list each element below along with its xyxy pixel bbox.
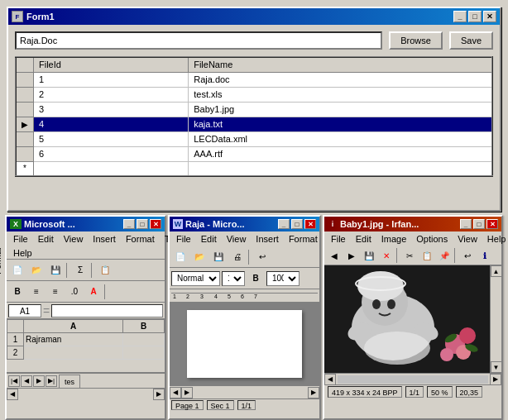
align-center-btn[interactable]: ≡ <box>46 284 65 300</box>
scroll-track[interactable] <box>18 390 153 399</box>
excel-maximize-btn[interactable]: □ <box>137 219 148 229</box>
irfan-hscroll-right[interactable]: ▶ <box>490 374 501 385</box>
irfan-maximize-btn[interactable]: □ <box>473 219 485 229</box>
excel-menu-view[interactable]: View <box>59 233 89 245</box>
sheet-tab-tes[interactable]: tes <box>59 375 80 388</box>
excel-close-btn[interactable]: ✕ <box>150 219 161 229</box>
word-maximize-btn[interactable]: □ <box>291 219 303 229</box>
cell-b2[interactable] <box>123 346 165 360</box>
word-bold-btn[interactable]: B <box>247 270 265 287</box>
irfan-menu-options[interactable]: Options <box>411 233 453 245</box>
align-left-btn[interactable]: ≡ <box>27 284 46 300</box>
word-style-select[interactable]: Normal <box>171 271 220 286</box>
excel-menu-help2[interactable]: Help <box>8 247 37 259</box>
word-fraction: 1/1 <box>237 400 256 410</box>
excel-menu-file[interactable]: File <box>8 233 33 245</box>
excel-hscroll[interactable]: ◀ ▶ <box>7 388 165 399</box>
filename-header: FileName <box>189 57 492 72</box>
table-row[interactable]: 2 test.xls <box>16 87 492 102</box>
cell-a1[interactable]: Rajraman <box>24 333 123 346</box>
table-row[interactable]: 6 AAA.rtf <box>16 146 492 161</box>
irfan-menu-file[interactable]: File <box>326 233 351 245</box>
file-input[interactable] <box>15 31 382 50</box>
irfan-scroll-down[interactable]: ▼ <box>491 361 502 373</box>
irfan-close-btn[interactable]: ✕ <box>486 219 498 229</box>
paste-btn[interactable]: 📋 <box>96 262 114 279</box>
excel-minimize-btn[interactable]: _ <box>123 219 135 229</box>
table-row[interactable]: 1 Raja.doc <box>16 72 492 87</box>
irfan-scroll-up[interactable]: ▲ <box>491 265 502 277</box>
irfan-hscroll-track[interactable] <box>338 375 488 384</box>
irfan-copy-btn[interactable]: 📋 <box>419 248 435 263</box>
excel-menu-edit[interactable]: Edit <box>33 233 59 245</box>
word-nav-next-btn[interactable]: ▶ <box>181 387 193 399</box>
word-menu-edit[interactable]: Edit <box>196 233 222 245</box>
word-minimize-btn[interactable]: _ <box>278 219 290 229</box>
browse-button[interactable]: Browse <box>389 31 443 50</box>
irfan-info-btn[interactable]: ℹ <box>477 248 493 263</box>
irfan-prev-btn[interactable]: ◀ <box>326 248 343 263</box>
irfan-vscroll[interactable]: ▲ ▼ <box>490 265 501 373</box>
irfan-menu-view[interactable]: View <box>453 233 482 245</box>
word-undo-btn[interactable]: ↩ <box>253 249 271 265</box>
table-row[interactable]: 3 Baby1.jpg <box>16 102 492 117</box>
word-document-area[interactable] <box>170 303 319 385</box>
table-row-selected[interactable]: ▶ 4 kaja.txt <box>16 117 492 131</box>
sheet-prev-btn[interactable]: ◀ <box>21 375 32 387</box>
word-close-btn[interactable]: ✕ <box>304 219 316 229</box>
irfan-delete-btn[interactable]: ✕ <box>378 248 395 263</box>
irfan-undo-btn[interactable]: ↩ <box>459 248 476 263</box>
irfan-next-btn[interactable]: ▶ <box>343 248 360 263</box>
word-fontsize-select[interactable]: 14 <box>222 271 245 286</box>
irfan-menu-image[interactable]: Image <box>376 233 412 245</box>
word-nav-end-btn[interactable]: ▶ <box>308 387 319 399</box>
word-save-btn[interactable]: 💾 <box>209 249 228 265</box>
col-header-a[interactable]: A <box>24 320 123 333</box>
irfan-paste-btn[interactable]: 📌 <box>436 248 453 263</box>
save-button[interactable]: Save <box>449 31 493 50</box>
sheet-first-btn[interactable]: |◀ <box>8 375 20 387</box>
irfan-hscroll-left[interactable]: ◀ <box>324 374 336 385</box>
col-header-b[interactable]: B <box>123 320 165 333</box>
word-print-btn[interactable]: 🖨 <box>228 249 247 265</box>
word-nav-prev-btn[interactable]: ◀ <box>170 387 181 399</box>
word-menu-view[interactable]: View <box>222 233 252 245</box>
irfan-menu-help[interactable]: Help <box>482 233 508 245</box>
sheet-next-btn[interactable]: ▶ <box>33 375 45 387</box>
excel-menu-insert[interactable]: Insert <box>88 233 121 245</box>
open-btn[interactable]: 📂 <box>27 262 46 279</box>
irfan-fraction: 1/1 <box>405 386 424 398</box>
bold-btn[interactable]: B <box>8 284 26 300</box>
font-color-btn[interactable]: A <box>84 284 103 300</box>
file-id-cell: 4 <box>34 117 189 131</box>
word-menu-file[interactable]: File <box>171 233 196 245</box>
irfan-minimize-btn[interactable]: _ <box>460 219 472 229</box>
word-new-btn[interactable]: 📄 <box>171 249 189 265</box>
word-menu-format[interactable]: Format <box>284 233 323 245</box>
maximize-button[interactable]: □ <box>468 11 482 22</box>
scroll-left-arrow[interactable]: ◀ <box>7 389 18 400</box>
cell-b1[interactable] <box>123 333 165 346</box>
irfan-save-btn[interactable]: 💾 <box>361 248 377 263</box>
save-btn[interactable]: 💾 <box>46 262 65 279</box>
irfan-menu-edit[interactable]: Edit <box>351 233 376 245</box>
table-row[interactable]: 5 LECData.xml <box>16 131 492 146</box>
word-menu-bar: File Edit View Insert Format Table Windo… <box>170 231 319 246</box>
formula-input[interactable] <box>51 304 163 317</box>
cell-a2[interactable] <box>24 346 123 360</box>
close-button[interactable]: ✕ <box>483 11 496 22</box>
new-file-btn[interactable]: 📄 <box>8 262 26 279</box>
sigma-btn[interactable]: Σ <box>71 262 89 279</box>
word-open-btn[interactable]: 📂 <box>190 249 208 265</box>
irfan-cut-btn[interactable]: ✂ <box>401 248 418 263</box>
decimal-btn[interactable]: .0 <box>65 284 84 300</box>
irfan-hscroll[interactable]: ◀ ▶ <box>324 373 501 384</box>
word-menu-insert[interactable]: Insert <box>251 233 284 245</box>
word-zoom-select[interactable]: 100% <box>266 271 300 286</box>
minimize-button[interactable]: _ <box>453 11 467 22</box>
cell-reference[interactable]: A1 <box>8 304 41 317</box>
scroll-right-arrow[interactable]: ▶ <box>153 389 165 400</box>
ruler-marks: 1 2 3 4 5 6 7 <box>171 293 318 299</box>
excel-menu-format[interactable]: Format <box>121 233 160 245</box>
sheet-last-btn[interactable]: ▶| <box>46 375 57 387</box>
